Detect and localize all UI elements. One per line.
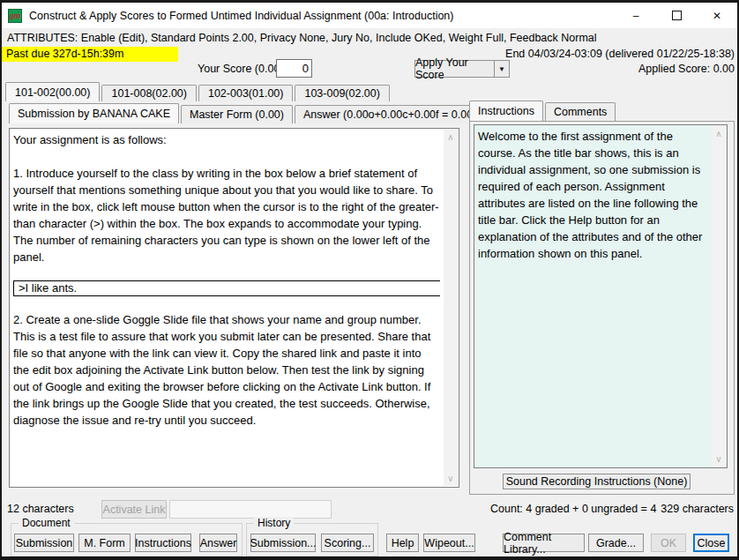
your-score-input[interactable]	[276, 59, 312, 78]
history-submission-button[interactable]: Submission...	[250, 534, 316, 552]
submission-character-count: 12 characters	[7, 503, 74, 515]
dropdown-arrow-icon[interactable]: ▼	[494, 61, 509, 77]
instructions-text: Welcome to the first assignment of the c…	[478, 128, 709, 465]
end-date-text: End 04/03/24-03:09 (delivered 01/22/25-1…	[505, 48, 735, 60]
submission-text-area[interactable]: Your assignment is as follows: 1. Introd…	[9, 128, 459, 488]
document-tab-bar: Submission by BANANA CAKE Master Form (0…	[9, 103, 487, 123]
chevron-down-icon[interactable]: ∨	[444, 474, 458, 483]
applied-score-text: Applied Score: 0.00	[638, 63, 735, 75]
apply-your-score-button[interactable]: Apply Your Score ▼	[414, 60, 510, 78]
section-tab-bar: 101-002(00.00) 101-008(02.00) 102-003(01…	[5, 82, 392, 101]
minimize-button[interactable]: –	[616, 3, 656, 28]
attributes-line: ATTRIBUTES: Enable (Edit), Standard Poin…	[7, 32, 597, 44]
title-bar: gm Construct & Apply Scores to Formed Un…	[2, 3, 737, 28]
link-input[interactable]	[169, 500, 332, 519]
close-window-button[interactable]: ✕	[697, 3, 737, 28]
document-answer-button[interactable]: Answer	[199, 534, 237, 552]
instructions-character-count: 329 characters	[661, 503, 734, 515]
activate-link-button[interactable]: Activate Link	[101, 500, 167, 519]
comment-library-button[interactable]: Comment Library...	[503, 534, 585, 552]
document-submission-button[interactable]: Submission	[14, 534, 74, 552]
tab-submission[interactable]: Submission by BANANA CAKE	[9, 103, 179, 123]
taskbar-sliver	[0, 556, 739, 560]
maximize-button[interactable]	[656, 3, 697, 28]
history-scoring-button[interactable]: Scoring...	[321, 534, 374, 552]
ok-button[interactable]: OK	[651, 534, 686, 552]
tab-answer[interactable]: Answer (0.00o+0.00c+0.00f = 0.00)	[295, 105, 485, 123]
tab-101-002[interactable]: 101-002(00.00)	[5, 82, 100, 101]
sound-recording-instructions-button[interactable]: Sound Recording Instructions (None)	[503, 474, 690, 489]
answer-entry-box[interactable]: >I like ants.	[13, 280, 440, 296]
close-button[interactable]: Close	[693, 534, 729, 552]
your-score-label: Your Score (0.00)	[198, 63, 284, 75]
past-due-badge: Past due 327d-15h:39m	[2, 47, 178, 62]
tab-101-008[interactable]: 101-008(02.00)	[101, 85, 196, 101]
graded-count-text: Count: 4 graded + 0 ungraded = 4	[490, 503, 656, 515]
close-icon: ✕	[713, 10, 721, 22]
assignment-paragraph-1: 1. Introduce yourself to the class by wr…	[13, 165, 440, 265]
document-group-label: Document	[19, 517, 74, 529]
info-tab-bar: Instructions Comments	[469, 101, 617, 121]
tab-instructions[interactable]: Instructions	[469, 101, 543, 121]
tab-103-009[interactable]: 103-009(02.00)	[295, 85, 389, 101]
assignment-intro-line: Your assignment is as follows:	[13, 131, 440, 148]
document-m-form-button[interactable]: M. Form	[78, 534, 131, 552]
assignment-text: Your assignment is as follows: 1. Introd…	[13, 131, 440, 484]
apply-your-score-label: Apply Your Score	[415, 61, 494, 77]
minimize-icon: –	[633, 10, 639, 22]
assignment-paragraph-2: 2. Create a one-slide Goggle Slide file …	[13, 311, 440, 429]
chevron-up-icon[interactable]: ∧	[444, 132, 458, 142]
chevron-up-icon[interactable]: ∧	[712, 129, 726, 138]
document-instructions-button[interactable]: Instructions	[135, 534, 191, 552]
app-icon[interactable]: gm	[8, 9, 22, 23]
tab-102-003[interactable]: 102-003(01.00)	[198, 85, 293, 101]
grade-button[interactable]: Grade...	[588, 534, 644, 552]
history-group-label: History	[254, 517, 294, 529]
window-controls: – ✕	[616, 3, 737, 28]
tab-master-form[interactable]: Master Form (0.00)	[181, 105, 293, 123]
window-title: Construct & Apply Scores to Formed Untim…	[29, 10, 453, 22]
tab-comments[interactable]: Comments	[545, 102, 616, 121]
app-window: gm Construct & Apply Scores to Formed Un…	[0, 0, 739, 560]
maximize-icon	[672, 11, 682, 20]
wipeout-button[interactable]: Wipeout...	[423, 534, 475, 552]
instructions-text-area[interactable]: Welcome to the first assignment of the c…	[474, 124, 728, 468]
instructions-scrollbar[interactable]: ∧ ∨	[712, 126, 726, 467]
submission-scrollbar[interactable]: ∧ ∨	[444, 130, 458, 486]
help-button[interactable]: Help	[386, 534, 419, 552]
chevron-down-icon[interactable]: ∨	[712, 454, 726, 464]
